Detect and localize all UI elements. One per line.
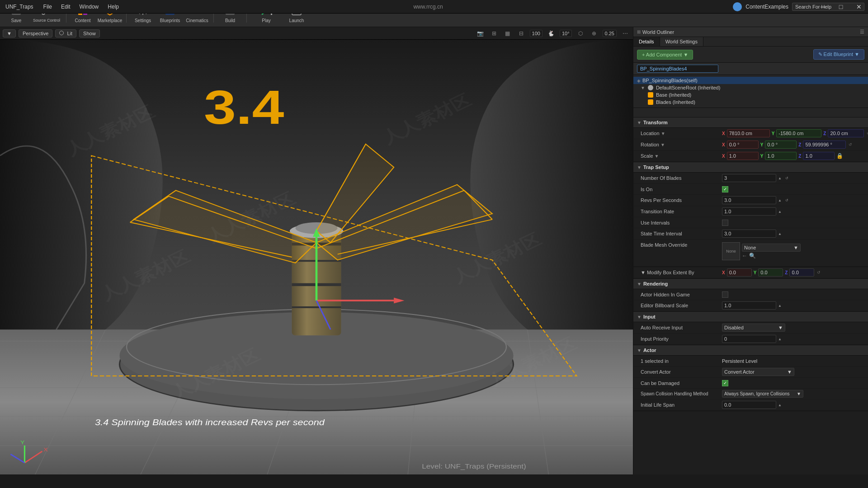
transition-rate-input[interactable] (722, 207, 776, 216)
billboard-scale-row: Editor Billboard Scale ▲ (633, 300, 868, 311)
sx-label: X (722, 154, 725, 159)
input-priority-spin[interactable]: ▲ (778, 337, 782, 341)
convert-actor-row: Convert Actor Convert Actor ▼ (633, 366, 868, 378)
transition-rate-spin[interactable]: ▲ (778, 210, 782, 214)
location-row: Location ▼ X Y Z ↺ (633, 128, 868, 139)
billboard-spin[interactable]: ▲ (778, 304, 782, 308)
speed-icon[interactable]: 🐇 (546, 28, 556, 38)
num-blades-reset[interactable]: ↺ (785, 176, 788, 180)
use-intervals-label: Use Intervals (641, 220, 722, 225)
num-blades-input[interactable] (722, 174, 776, 182)
num-blades-value: ▲ ↺ (722, 174, 864, 182)
menu-file[interactable]: File (39, 0, 57, 14)
section-input-header[interactable]: ▼ Input (633, 312, 868, 322)
modify-box-z-input[interactable] (789, 268, 814, 277)
view-split-icon[interactable]: ⊟ (516, 28, 526, 38)
lit-mode-button[interactable]: Lit (55, 29, 76, 38)
actor-hidden-checkbox[interactable] (722, 291, 728, 298)
right-panel: ⊞ World Outliner ☰ Details World Setting… (633, 27, 868, 474)
tree-item-blades[interactable]: Blades (Inherited) (633, 99, 868, 106)
menu-help[interactable]: Help (103, 0, 123, 14)
more-icon[interactable]: ⋯ (620, 28, 630, 38)
section-rendering-header[interactable]: ▼ Rendering (633, 279, 868, 289)
section-trap-setup-header[interactable]: ▼ Trap Setup (633, 162, 868, 173)
blade-mesh-thumb-label: None (726, 249, 736, 253)
scale-x-input[interactable] (727, 152, 759, 160)
blade-mesh-browse-icon[interactable]: ← (742, 253, 747, 259)
input-priority-input[interactable] (722, 335, 776, 343)
menu-edit[interactable]: Edit (57, 0, 75, 14)
tree-item-default-scene-root[interactable]: ▼ DefaultSceneRoot (Inherited) (633, 84, 868, 91)
initial-life-span-input[interactable] (722, 401, 776, 409)
convert-actor-dropdown[interactable]: Convert Actor ▼ (722, 368, 794, 376)
auto-receive-dropdown[interactable]: Disabled ▼ (722, 324, 785, 332)
section-input-label: Input (643, 314, 656, 319)
settings-label: Settings (135, 18, 151, 23)
location-x-input[interactable] (727, 129, 770, 137)
minimize-button[interactable]: ─ (814, 0, 832, 14)
rotation-reset-icon[interactable]: ↺ (849, 142, 852, 147)
tab-world-settings[interactable]: World Settings (660, 37, 703, 46)
num-blades-spin-up[interactable]: ▲ (778, 176, 782, 180)
persistent-level-text: Persistent Level (722, 358, 757, 364)
title-bar: UNF_Traps File Edit Window Help www.rrcg… (0, 0, 868, 14)
sy-label: Y (760, 154, 764, 159)
revs-reset[interactable]: ↺ (785, 198, 788, 202)
camera-icon[interactable]: 📷 (476, 28, 486, 38)
blade-mesh-dropdown[interactable]: None ▼ (742, 244, 801, 252)
modify-box-reset[interactable]: ↺ (817, 270, 821, 275)
view-toggle-icon[interactable]: ▦ (503, 28, 513, 38)
is-on-checkbox[interactable] (722, 186, 728, 192)
viewport-canvas[interactable]: 人人素材区 人人素材区 人人素材区 人人素材区 人人素材区 人人素材区 人人素材… (0, 40, 633, 474)
billboard-scale-input[interactable] (722, 301, 776, 310)
section-transform-header[interactable]: ▼ Transform (633, 117, 868, 128)
wo-tabs: Details World Settings (633, 37, 868, 47)
use-intervals-checkbox[interactable] (722, 220, 728, 226)
blade-mesh-search-icon[interactable]: 🔍 (749, 253, 756, 259)
tree-item-self[interactable]: ◈ BP_SpinningBlades(self) (633, 77, 868, 84)
scale-y-input[interactable] (765, 152, 797, 160)
tree-item-base[interactable]: Base (Inherited) (633, 91, 868, 99)
scale-z-input[interactable] (803, 152, 835, 160)
blade-mesh-value: None None ▼ ← 🔍 (722, 242, 864, 260)
scale-lock-icon[interactable]: 🔒 (836, 153, 843, 159)
add-component-button[interactable]: + Add Component ▼ (637, 50, 693, 60)
location-dropdown-icon[interactable]: ▼ (661, 131, 665, 136)
location-y-input[interactable] (776, 129, 821, 137)
initial-life-span-spin[interactable]: ▲ (778, 403, 782, 407)
bp-name-input[interactable] (637, 65, 718, 73)
revs-value: ▲ ↺ (722, 196, 864, 204)
x-label: X (722, 131, 725, 136)
revs-input[interactable] (722, 196, 776, 204)
rotation-z-input[interactable] (803, 141, 846, 149)
rotation-x-input[interactable] (727, 141, 759, 149)
wo-menu-icon[interactable]: ☰ (860, 29, 864, 35)
state-time-input[interactable] (722, 230, 776, 238)
maximize-button[interactable]: □ (832, 0, 850, 14)
tab-details[interactable]: Details (633, 37, 660, 46)
modify-box-x-input[interactable] (727, 268, 752, 277)
show-button[interactable]: Show (79, 29, 100, 38)
location-z-input[interactable] (828, 129, 864, 137)
scale-dropdown-icon[interactable]: ▼ (655, 154, 659, 159)
section-rendering: ▼ Rendering Actor Hidden In Game Editor … (633, 279, 868, 312)
is-on-label: Is On (641, 187, 722, 192)
section-actor-header[interactable]: ▼ Actor (633, 345, 868, 356)
revs-spin[interactable]: ▲ (778, 198, 782, 202)
menu-window[interactable]: Window (75, 0, 104, 14)
rotation-dropdown-icon[interactable]: ▼ (660, 142, 665, 147)
section-modify-box: ▼ Modify Box Extent By X Y Z ↺ (633, 267, 868, 279)
can-be-damaged-checkbox[interactable] (722, 380, 728, 386)
perspective-dropdown[interactable]: ▼ (3, 29, 16, 38)
grid-icon[interactable]: ⊞ (489, 28, 499, 38)
angle-icon: ⬡ (576, 28, 585, 38)
spawn-collision-dropdown[interactable]: Always Spawn, Ignore Collisions ▼ (722, 390, 803, 398)
spawn-collision-value: Always Spawn, Ignore Collisions ▼ (722, 390, 864, 398)
state-time-spin[interactable]: ▲ (778, 232, 782, 236)
rotation-y-input[interactable] (765, 141, 797, 149)
z-label: Z (823, 131, 826, 136)
modify-box-y-input[interactable] (758, 268, 783, 277)
perspective-mode-button[interactable]: Perspective (19, 29, 52, 38)
close-button[interactable]: ✕ (850, 0, 868, 14)
edit-blueprint-button[interactable]: ✎ Edit Blueprint ▼ (813, 49, 864, 60)
